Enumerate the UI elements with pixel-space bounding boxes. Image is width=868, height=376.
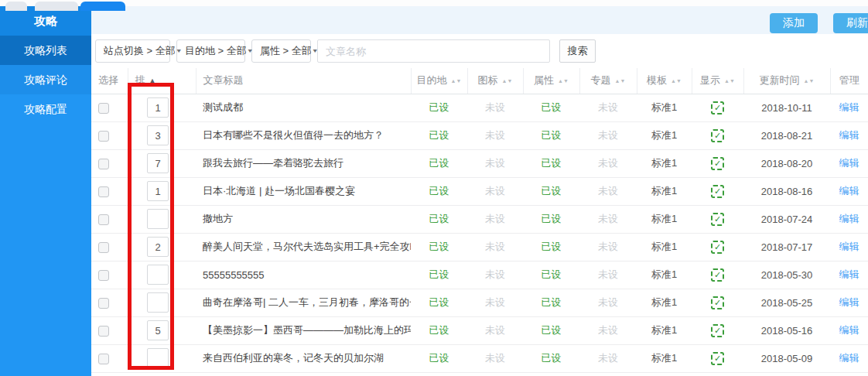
sort-order-input[interactable] [147,320,169,340]
row-checkbox[interactable] [98,159,109,169]
row-checkbox[interactable] [98,242,109,253]
browser-tab[interactable] [5,2,27,11]
sort-order-input[interactable] [147,209,169,229]
column-header-topic[interactable]: 专题▲▼ [579,68,637,94]
icon-status: 未设 [467,261,523,289]
column-header-display[interactable]: 显示▲▼ [692,68,743,94]
attribute-filter-dropdown[interactable]: 属性 > 全部 ▼ [251,39,311,63]
admin-page: 攻略 攻略列表 攻略评论 攻略配置 添加 刷新 站点切换 > 全部 ▼ 目的地 … [0,0,868,376]
updated-date: 2018-07-24 [743,205,830,233]
site-filter-dropdown[interactable]: 站点切换 > 全部 ▼ [95,39,170,63]
article-title: 跟我去旅行——牵着骆驼去旅行 [196,149,411,177]
attribute-status: 已设 [523,205,579,233]
sort-order-input[interactable] [147,292,169,313]
updated-date: 2018-07-17 [743,233,830,261]
column-header-template[interactable]: 模板▲▼ [637,68,692,94]
destination-filter-dropdown[interactable]: 目的地 > 全部 ▼ [176,39,245,63]
display-check-icon[interactable]: ✓ [711,101,724,115]
attribute-status: 已设 [523,261,579,289]
icon-status: 未设 [467,177,523,205]
attribute-status: 已设 [523,94,579,121]
icon-status: 未设 [467,205,523,233]
topic-status: 未设 [579,94,637,121]
row-checkbox[interactable] [98,131,109,142]
article-name-input[interactable] [317,39,550,63]
table-row: 日本·北海道 | 赴一场北国春樱之宴 已设 未设 已设 未设 标准1 ✓ 201… [91,177,868,205]
row-checkbox[interactable] [98,214,109,225]
display-check-icon[interactable]: ✓ [711,324,724,337]
display-check-icon[interactable]: ✓ [711,241,724,254]
edit-link[interactable]: 编辑 [839,296,859,308]
browser-tab[interactable] [35,2,78,11]
sort-icon: ▲▼ [502,79,513,83]
destination-status: 已设 [411,121,467,149]
table-row: 撒地方 已设 未设 已设 未设 标准1 ✓ 2018-07-24 编辑 [91,205,868,233]
column-header-icon[interactable]: 图标▲▼ [467,68,523,94]
template-name: 标准1 [637,344,692,372]
row-checkbox[interactable] [98,103,109,114]
display-check-icon[interactable]: ✓ [711,129,724,142]
display-check-icon[interactable]: ✓ [711,185,724,198]
column-header-sort-order[interactable]: 排▲ [128,68,196,94]
display-check-icon[interactable]: ✓ [711,296,724,309]
updated-date: 2018-08-20 [743,149,830,177]
table-row: 55555555555 已设 未设 已设 未设 标准1 ✓ 2018-05-30… [91,261,868,289]
add-button[interactable]: 添加 [770,13,818,33]
display-check-icon[interactable]: ✓ [711,268,724,282]
table-row: 【美墨掠影一】墨西哥————加勒比海上的玛雅... 已设 未设 已设 未设 标准… [91,316,868,344]
display-check-icon[interactable]: ✓ [711,157,724,170]
edit-link[interactable]: 编辑 [839,129,859,141]
sort-order-input[interactable] [147,348,169,368]
article-table: 选择 排▲ 文章标题 目的地▲▼ 图标▲▼ 属性▲▼ 专题▲▼ 模板▲▼ 显示▲… [91,68,868,373]
edit-link[interactable]: 编辑 [839,101,859,113]
sidebar-item-strategy-list[interactable]: 攻略列表 [0,36,91,65]
sort-order-input[interactable] [147,237,169,257]
edit-link[interactable]: 编辑 [839,157,859,169]
sort-order-input[interactable] [147,97,169,118]
sidebar-item-strategy-comments[interactable]: 攻略评论 [0,65,91,94]
row-checkbox[interactable] [98,298,109,309]
attribute-status: 已设 [523,149,579,177]
icon-status: 未设 [467,149,523,177]
browser-tab-active[interactable] [80,2,125,11]
column-header-updated[interactable]: 更新时间▲▼ [743,68,830,94]
sidebar-item-strategy-config[interactable]: 攻略配置 [0,94,91,124]
search-button[interactable]: 搜索 [559,39,596,63]
row-checkbox[interactable] [98,354,109,364]
template-name: 标准1 [637,177,692,205]
edit-link[interactable]: 编辑 [839,213,859,224]
site-filter-label: 站点切换 > 全部 [104,44,176,58]
topic-status: 未设 [579,205,637,233]
column-header-destination[interactable]: 目的地▲▼ [411,68,467,94]
sort-icon: ▲▼ [558,79,569,83]
attribute-status: 已设 [523,344,579,372]
browser-tab-strip [0,0,868,6]
sort-order-input[interactable] [147,153,169,173]
toolbar: 添加 刷新 [91,6,868,34]
edit-link[interactable]: 编辑 [839,352,859,364]
sort-order-input[interactable] [147,181,169,201]
destination-filter-label: 目的地 > 全部 [185,44,247,58]
topic-status: 未设 [579,316,637,344]
edit-link[interactable]: 编辑 [839,185,859,197]
sort-order-input[interactable] [147,125,169,145]
table-row: 日本有哪些不是很火但值得一去的地方？ 已设 未设 已设 未设 标准1 ✓ 201… [91,121,868,149]
edit-link[interactable]: 编辑 [839,268,859,280]
edit-link[interactable]: 编辑 [839,324,859,336]
column-header-attribute[interactable]: 属性▲▼ [523,68,579,94]
sort-order-input[interactable] [147,265,169,285]
table-body: 测试成都 已设 未设 已设 未设 标准1 ✓ 2018-10-11 编辑 日本有… [91,94,868,372]
display-check-icon[interactable]: ✓ [711,213,724,226]
attribute-filter-label: 属性 > 全部 [260,44,312,58]
icon-status: 未设 [467,94,523,121]
edit-link[interactable]: 编辑 [839,241,859,252]
topic-status: 未设 [579,233,637,261]
row-checkbox[interactable] [98,326,109,337]
display-check-icon[interactable]: ✓ [711,352,724,365]
row-checkbox[interactable] [98,270,109,281]
row-checkbox[interactable] [98,186,109,197]
topic-status: 未设 [579,344,637,372]
updated-date: 2018-08-21 [743,121,830,149]
destination-status: 已设 [411,261,467,289]
refresh-button[interactable]: 刷新 [833,13,868,33]
